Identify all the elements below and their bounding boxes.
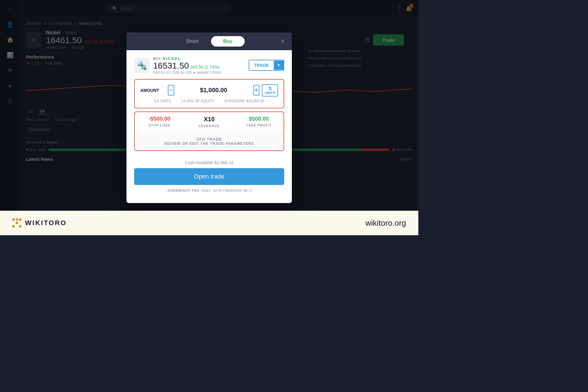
modal-body: 🔩 BUY NICKEL 16531.50 283.50 (1.74%) PRI… [126, 50, 292, 203]
buy-label: BUY [153, 57, 161, 61]
tab-buy[interactable]: Buy [211, 36, 245, 47]
cash-available-row: Cash Available $1,668.18 [134, 156, 284, 168]
stop-loss-label: STOP LOSS [149, 123, 171, 127]
market-open-dot: ● [193, 71, 195, 74]
overnight-fee-label: OVERNIGHT FEE [168, 189, 200, 192]
cfd-sub: REVIEW OR EDIT THE TRADE PARAMETERS [139, 141, 279, 146]
footer-logo-text: WIKITORO [25, 219, 67, 227]
amount-input[interactable] [174, 87, 253, 94]
modal-price: 16531.50 [153, 61, 189, 71]
footer: WIKITORO wikitoro.org [0, 211, 418, 235]
nickel-symbol: 🔩 [137, 60, 147, 70]
footer-logo: WIKITORO [12, 218, 67, 228]
overnight-fee-info: | OVERNIGHT FEE: DAILY : $2.90 | WEEKEND… [134, 189, 284, 197]
overnight-weekend: WEEKEND: $8.71 [225, 189, 252, 192]
footer-domain: wikitoro.org [365, 218, 406, 228]
close-button[interactable]: × [278, 37, 287, 46]
modal-price-change: 283.50 (1.74%) [190, 65, 220, 70]
exposure-info: EXPOSURE $10,000.00 [224, 99, 264, 103]
cfd-review: CFD TRADE REVIEW OR EDIT THE TRADE PARAM… [135, 132, 284, 150]
units-toggle-button[interactable]: ⇅ UNITS [262, 84, 278, 96]
amount-section: AMOUNT − + ⇅ UNITS 0.6 UNITS | 14.39% OF… [134, 79, 284, 108]
take-profit-param[interactable]: $500.00 TAKE PROFIT [234, 112, 284, 132]
units-info: 0.6 UNITS [154, 99, 171, 103]
buy-header: 🔩 BUY NICKEL 16531.50 283.50 (1.74%) PRI… [134, 56, 284, 74]
trade-dropdown-label: TRADE [249, 60, 274, 70]
cfd-title: CFD TRADE [139, 137, 279, 141]
open-trade-button[interactable]: Open trade [134, 168, 284, 185]
trade-modal: Short Buy × 🔩 BUY NICKEL 16531.50 [126, 32, 292, 203]
nickel-asset-icon: 🔩 [134, 58, 149, 73]
buy-asset-name: NICKEL [163, 56, 181, 61]
amount-minus-button[interactable]: − [168, 85, 174, 96]
trade-params: -$500.00 STOP LOSS X10 LEVERAGE $500.00 … [134, 111, 284, 151]
tab-short[interactable]: Short [174, 36, 211, 47]
take-profit-value: $500.00 [237, 116, 281, 122]
equity-info: 14.39% OF EQUITY [181, 99, 215, 103]
stop-loss-param[interactable]: -$500.00 STOP LOSS [135, 112, 184, 132]
amount-label: AMOUNT [140, 88, 168, 93]
cash-value: $1,668.18 [214, 160, 233, 165]
leverage-label: LEVERAGE [199, 124, 220, 128]
units-toggle-icon: ⇅ [268, 86, 272, 91]
cash-label: Cash Available [185, 160, 213, 165]
overnight-daily: DAILY : $2.90 [202, 189, 222, 192]
amount-row: AMOUNT − + ⇅ UNITS [140, 84, 278, 96]
amount-plus-button[interactable]: + [253, 85, 260, 96]
amount-sub-info: 0.6 UNITS | 14.39% OF EQUITY | EXPOSURE … [140, 99, 278, 103]
trade-dropdown-arrow-icon: ▼ [274, 61, 284, 70]
trade-type-dropdown[interactable]: TRADE ▼ [249, 60, 284, 71]
leverage-param[interactable]: X10 LEVERAGE [184, 112, 234, 132]
buy-info: BUY NICKEL 16531.50 283.50 (1.74%) PRICE… [153, 56, 245, 74]
leverage-value: X10 [187, 116, 231, 123]
buy-price-sub: PRICES BY CME IN USD ● MARKET OPEN [153, 71, 245, 74]
take-profit-label: TAKE PROFIT [246, 123, 272, 127]
modal-tabs: Short Buy × [126, 32, 292, 50]
stop-loss-value: -$500.00 [138, 116, 181, 122]
logo-dots-icon [12, 218, 21, 228]
close-icon: × [281, 37, 285, 45]
trade-params-row: -$500.00 STOP LOSS X10 LEVERAGE $500.00 … [135, 112, 284, 132]
modal-overlay: Short Buy × 🔩 BUY NICKEL 16531.50 [0, 0, 418, 235]
